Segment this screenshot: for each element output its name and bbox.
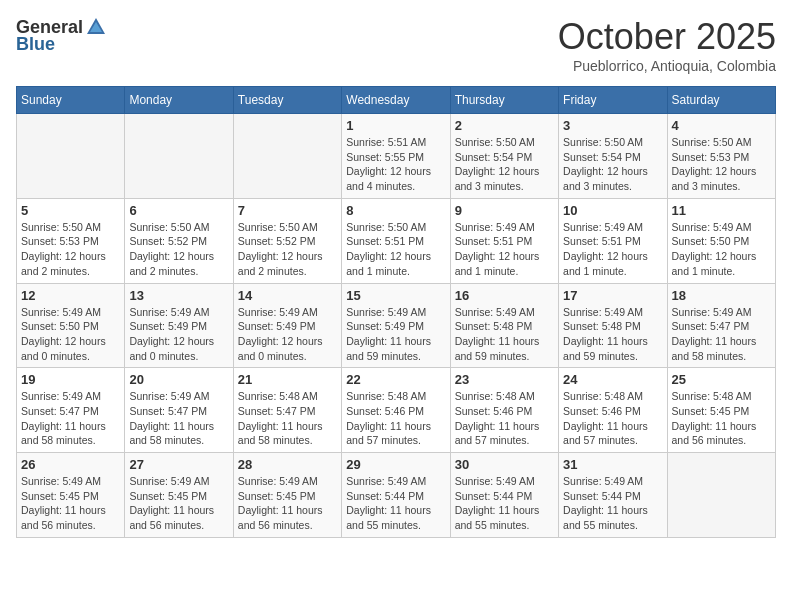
calendar-cell: 29Sunrise: 5:49 AMSunset: 5:44 PMDayligh… bbox=[342, 453, 450, 538]
calendar-cell: 9Sunrise: 5:49 AMSunset: 5:51 PMDaylight… bbox=[450, 198, 558, 283]
day-info: Sunrise: 5:50 AMSunset: 5:52 PMDaylight:… bbox=[129, 220, 228, 279]
calendar-cell bbox=[125, 114, 233, 199]
day-number: 7 bbox=[238, 203, 337, 218]
day-number: 11 bbox=[672, 203, 771, 218]
day-number: 8 bbox=[346, 203, 445, 218]
weekday-header-saturday: Saturday bbox=[667, 87, 775, 114]
calendar-cell: 20Sunrise: 5:49 AMSunset: 5:47 PMDayligh… bbox=[125, 368, 233, 453]
day-number: 5 bbox=[21, 203, 120, 218]
calendar-cell: 28Sunrise: 5:49 AMSunset: 5:45 PMDayligh… bbox=[233, 453, 341, 538]
calendar-cell: 5Sunrise: 5:50 AMSunset: 5:53 PMDaylight… bbox=[17, 198, 125, 283]
day-info: Sunrise: 5:49 AMSunset: 5:44 PMDaylight:… bbox=[346, 474, 445, 533]
day-info: Sunrise: 5:48 AMSunset: 5:45 PMDaylight:… bbox=[672, 389, 771, 448]
day-number: 13 bbox=[129, 288, 228, 303]
weekday-header-monday: Monday bbox=[125, 87, 233, 114]
calendar-cell: 2Sunrise: 5:50 AMSunset: 5:54 PMDaylight… bbox=[450, 114, 558, 199]
calendar-cell: 27Sunrise: 5:49 AMSunset: 5:45 PMDayligh… bbox=[125, 453, 233, 538]
day-info: Sunrise: 5:49 AMSunset: 5:47 PMDaylight:… bbox=[21, 389, 120, 448]
calendar-cell: 7Sunrise: 5:50 AMSunset: 5:52 PMDaylight… bbox=[233, 198, 341, 283]
day-info: Sunrise: 5:49 AMSunset: 5:45 PMDaylight:… bbox=[238, 474, 337, 533]
page-header: General Blue October 2025 Pueblorrico, A… bbox=[16, 16, 776, 74]
weekday-header-friday: Friday bbox=[559, 87, 667, 114]
logo-blue-text: Blue bbox=[16, 34, 55, 55]
day-number: 15 bbox=[346, 288, 445, 303]
day-number: 26 bbox=[21, 457, 120, 472]
day-info: Sunrise: 5:50 AMSunset: 5:54 PMDaylight:… bbox=[455, 135, 554, 194]
calendar-cell: 14Sunrise: 5:49 AMSunset: 5:49 PMDayligh… bbox=[233, 283, 341, 368]
day-number: 22 bbox=[346, 372, 445, 387]
day-number: 2 bbox=[455, 118, 554, 133]
month-title: October 2025 bbox=[558, 16, 776, 58]
day-number: 16 bbox=[455, 288, 554, 303]
day-number: 24 bbox=[563, 372, 662, 387]
calendar-cell: 26Sunrise: 5:49 AMSunset: 5:45 PMDayligh… bbox=[17, 453, 125, 538]
day-number: 14 bbox=[238, 288, 337, 303]
calendar-cell: 19Sunrise: 5:49 AMSunset: 5:47 PMDayligh… bbox=[17, 368, 125, 453]
calendar-cell: 10Sunrise: 5:49 AMSunset: 5:51 PMDayligh… bbox=[559, 198, 667, 283]
calendar-cell: 4Sunrise: 5:50 AMSunset: 5:53 PMDaylight… bbox=[667, 114, 775, 199]
weekday-header-wednesday: Wednesday bbox=[342, 87, 450, 114]
day-number: 31 bbox=[563, 457, 662, 472]
day-number: 6 bbox=[129, 203, 228, 218]
calendar: SundayMondayTuesdayWednesdayThursdayFrid… bbox=[16, 86, 776, 538]
day-number: 18 bbox=[672, 288, 771, 303]
day-info: Sunrise: 5:49 AMSunset: 5:50 PMDaylight:… bbox=[21, 305, 120, 364]
weekday-header-sunday: Sunday bbox=[17, 87, 125, 114]
calendar-cell: 18Sunrise: 5:49 AMSunset: 5:47 PMDayligh… bbox=[667, 283, 775, 368]
day-info: Sunrise: 5:50 AMSunset: 5:51 PMDaylight:… bbox=[346, 220, 445, 279]
location: Pueblorrico, Antioquia, Colombia bbox=[558, 58, 776, 74]
logo: General Blue bbox=[16, 16, 107, 55]
day-info: Sunrise: 5:49 AMSunset: 5:49 PMDaylight:… bbox=[346, 305, 445, 364]
calendar-cell: 3Sunrise: 5:50 AMSunset: 5:54 PMDaylight… bbox=[559, 114, 667, 199]
day-info: Sunrise: 5:49 AMSunset: 5:48 PMDaylight:… bbox=[455, 305, 554, 364]
title-block: October 2025 Pueblorrico, Antioquia, Col… bbox=[558, 16, 776, 74]
day-number: 3 bbox=[563, 118, 662, 133]
day-info: Sunrise: 5:48 AMSunset: 5:47 PMDaylight:… bbox=[238, 389, 337, 448]
day-number: 9 bbox=[455, 203, 554, 218]
day-info: Sunrise: 5:50 AMSunset: 5:54 PMDaylight:… bbox=[563, 135, 662, 194]
day-number: 17 bbox=[563, 288, 662, 303]
day-info: Sunrise: 5:50 AMSunset: 5:53 PMDaylight:… bbox=[672, 135, 771, 194]
calendar-cell bbox=[17, 114, 125, 199]
day-info: Sunrise: 5:49 AMSunset: 5:44 PMDaylight:… bbox=[455, 474, 554, 533]
calendar-cell: 30Sunrise: 5:49 AMSunset: 5:44 PMDayligh… bbox=[450, 453, 558, 538]
calendar-cell bbox=[233, 114, 341, 199]
calendar-cell: 1Sunrise: 5:51 AMSunset: 5:55 PMDaylight… bbox=[342, 114, 450, 199]
day-number: 30 bbox=[455, 457, 554, 472]
day-info: Sunrise: 5:48 AMSunset: 5:46 PMDaylight:… bbox=[563, 389, 662, 448]
day-info: Sunrise: 5:48 AMSunset: 5:46 PMDaylight:… bbox=[455, 389, 554, 448]
day-info: Sunrise: 5:51 AMSunset: 5:55 PMDaylight:… bbox=[346, 135, 445, 194]
day-info: Sunrise: 5:49 AMSunset: 5:47 PMDaylight:… bbox=[129, 389, 228, 448]
day-number: 20 bbox=[129, 372, 228, 387]
day-number: 27 bbox=[129, 457, 228, 472]
day-info: Sunrise: 5:49 AMSunset: 5:45 PMDaylight:… bbox=[21, 474, 120, 533]
day-info: Sunrise: 5:50 AMSunset: 5:52 PMDaylight:… bbox=[238, 220, 337, 279]
day-number: 1 bbox=[346, 118, 445, 133]
calendar-cell bbox=[667, 453, 775, 538]
day-number: 4 bbox=[672, 118, 771, 133]
day-number: 12 bbox=[21, 288, 120, 303]
day-number: 19 bbox=[21, 372, 120, 387]
day-info: Sunrise: 5:49 AMSunset: 5:49 PMDaylight:… bbox=[238, 305, 337, 364]
calendar-cell: 17Sunrise: 5:49 AMSunset: 5:48 PMDayligh… bbox=[559, 283, 667, 368]
day-number: 28 bbox=[238, 457, 337, 472]
day-info: Sunrise: 5:49 AMSunset: 5:44 PMDaylight:… bbox=[563, 474, 662, 533]
day-info: Sunrise: 5:49 AMSunset: 5:51 PMDaylight:… bbox=[563, 220, 662, 279]
calendar-cell: 8Sunrise: 5:50 AMSunset: 5:51 PMDaylight… bbox=[342, 198, 450, 283]
day-info: Sunrise: 5:49 AMSunset: 5:48 PMDaylight:… bbox=[563, 305, 662, 364]
logo-icon bbox=[85, 16, 107, 38]
calendar-cell: 25Sunrise: 5:48 AMSunset: 5:45 PMDayligh… bbox=[667, 368, 775, 453]
day-number: 23 bbox=[455, 372, 554, 387]
day-number: 25 bbox=[672, 372, 771, 387]
calendar-cell: 16Sunrise: 5:49 AMSunset: 5:48 PMDayligh… bbox=[450, 283, 558, 368]
calendar-cell: 11Sunrise: 5:49 AMSunset: 5:50 PMDayligh… bbox=[667, 198, 775, 283]
day-info: Sunrise: 5:49 AMSunset: 5:49 PMDaylight:… bbox=[129, 305, 228, 364]
weekday-header-thursday: Thursday bbox=[450, 87, 558, 114]
calendar-cell: 6Sunrise: 5:50 AMSunset: 5:52 PMDaylight… bbox=[125, 198, 233, 283]
weekday-header-tuesday: Tuesday bbox=[233, 87, 341, 114]
calendar-cell: 22Sunrise: 5:48 AMSunset: 5:46 PMDayligh… bbox=[342, 368, 450, 453]
calendar-cell: 15Sunrise: 5:49 AMSunset: 5:49 PMDayligh… bbox=[342, 283, 450, 368]
day-info: Sunrise: 5:49 AMSunset: 5:45 PMDaylight:… bbox=[129, 474, 228, 533]
day-info: Sunrise: 5:48 AMSunset: 5:46 PMDaylight:… bbox=[346, 389, 445, 448]
calendar-cell: 12Sunrise: 5:49 AMSunset: 5:50 PMDayligh… bbox=[17, 283, 125, 368]
